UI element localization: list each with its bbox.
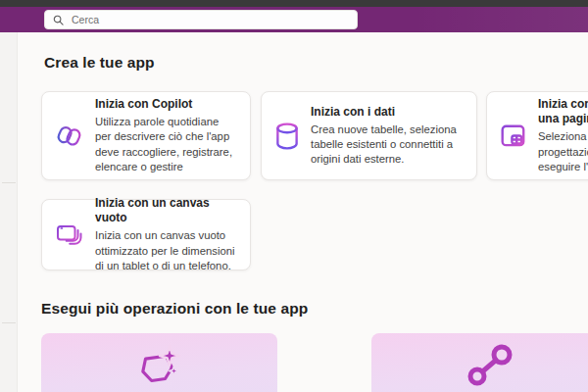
card-description-line: progettazioni xyxy=(538,145,588,160)
database-icon xyxy=(274,122,300,151)
rail-divider xyxy=(2,322,16,323)
header-highlight xyxy=(412,7,588,32)
card-start-with-page-design[interactable]: Inizia con la una pagina Seleziona da pr… xyxy=(486,91,588,180)
promo-card-ai[interactable] xyxy=(41,333,277,392)
card-title-line: una pagina xyxy=(538,112,588,126)
card-title: Inizia con un canvas vuoto xyxy=(95,196,237,225)
section-title-more-operations: Esegui più operazioni con le tue app xyxy=(41,300,308,318)
card-title-line: Inizia con la xyxy=(538,97,588,112)
promo-card-flow[interactable] xyxy=(371,333,588,392)
card-description: Crea nuove tabelle, seleziona tabelle es… xyxy=(311,122,464,167)
card-description: Utilizza parole quotidiane per descriver… xyxy=(95,115,237,173)
section-title-create-apps: Crea le tue app xyxy=(44,54,155,72)
card-start-with-blank-canvas[interactable]: Inizia con un canvas vuoto Inizia con un… xyxy=(41,199,251,270)
blank-canvas-icon xyxy=(55,220,84,250)
ai-hexagon-sparkle-icon xyxy=(134,342,185,392)
card-description-line: Seleziona da xyxy=(538,129,588,144)
copilot-icon xyxy=(55,122,84,151)
search-box[interactable] xyxy=(44,10,358,29)
card-start-with-copilot[interactable]: Inizia con Copilot Utilizza parole quoti… xyxy=(41,91,251,180)
app-header-bar xyxy=(0,7,588,32)
card-title: Inizia con i dati xyxy=(311,105,464,120)
card-description: Inizia con un canvas vuoto ottimizzato p… xyxy=(95,228,237,272)
search-icon xyxy=(53,15,64,25)
left-nav-rail[interactable] xyxy=(0,32,18,392)
rail-divider xyxy=(2,182,16,183)
card-title: Inizia con Copilot xyxy=(95,97,237,112)
search-input[interactable] xyxy=(70,13,349,26)
flow-link-icon xyxy=(462,342,518,392)
card-start-with-data[interactable]: Inizia con i dati Crea nuove tabelle, se… xyxy=(261,91,477,180)
card-description-line: eseguire l'app xyxy=(538,160,588,174)
page-design-icon xyxy=(500,122,527,150)
powerapps-home-screen: Crea le tue app Inizia con Copilot Utili… xyxy=(0,0,588,392)
browser-titlebar xyxy=(0,0,588,7)
